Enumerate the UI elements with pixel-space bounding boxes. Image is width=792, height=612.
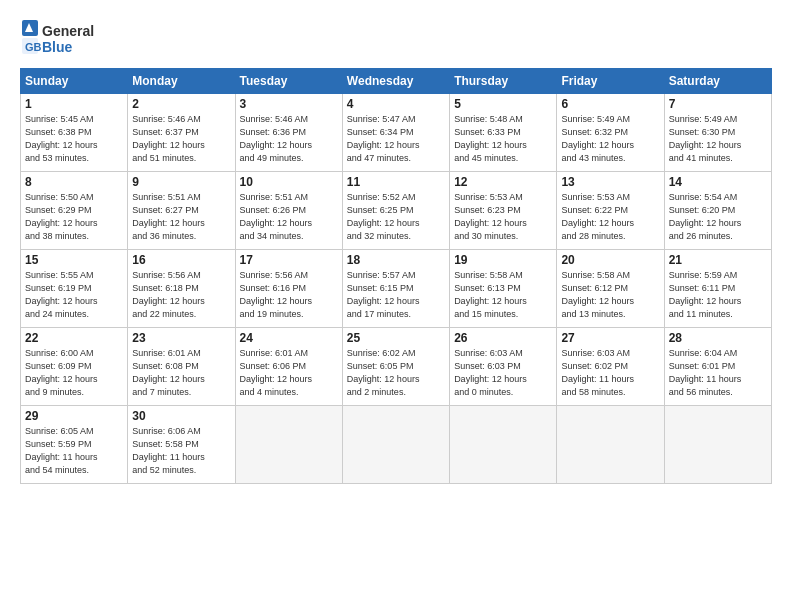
calendar-cell: 7Sunrise: 5:49 AM Sunset: 6:30 PM Daylig… xyxy=(664,94,771,172)
day-number: 21 xyxy=(669,253,767,267)
weekday-header-tuesday: Tuesday xyxy=(235,69,342,94)
calendar-cell xyxy=(557,406,664,484)
day-info: Sunrise: 6:01 AM Sunset: 6:08 PM Dayligh… xyxy=(132,347,230,399)
calendar-cell: 17Sunrise: 5:56 AM Sunset: 6:16 PM Dayli… xyxy=(235,250,342,328)
calendar-cell: 27Sunrise: 6:03 AM Sunset: 6:02 PM Dayli… xyxy=(557,328,664,406)
calendar-week-row: 29Sunrise: 6:05 AM Sunset: 5:59 PM Dayli… xyxy=(21,406,772,484)
calendar-cell xyxy=(235,406,342,484)
day-number: 10 xyxy=(240,175,338,189)
day-info: Sunrise: 5:49 AM Sunset: 6:32 PM Dayligh… xyxy=(561,113,659,165)
day-number: 15 xyxy=(25,253,123,267)
weekday-header-row: SundayMondayTuesdayWednesdayThursdayFrid… xyxy=(21,69,772,94)
svg-text:GB: GB xyxy=(25,41,42,53)
day-number: 11 xyxy=(347,175,445,189)
calendar-cell: 29Sunrise: 6:05 AM Sunset: 5:59 PM Dayli… xyxy=(21,406,128,484)
calendar-cell: 14Sunrise: 5:54 AM Sunset: 6:20 PM Dayli… xyxy=(664,172,771,250)
day-number: 7 xyxy=(669,97,767,111)
day-info: Sunrise: 5:53 AM Sunset: 6:23 PM Dayligh… xyxy=(454,191,552,243)
calendar-cell: 25Sunrise: 6:02 AM Sunset: 6:05 PM Dayli… xyxy=(342,328,449,406)
day-number: 1 xyxy=(25,97,123,111)
day-number: 26 xyxy=(454,331,552,345)
day-number: 14 xyxy=(669,175,767,189)
day-info: Sunrise: 6:06 AM Sunset: 5:58 PM Dayligh… xyxy=(132,425,230,477)
day-info: Sunrise: 6:03 AM Sunset: 6:02 PM Dayligh… xyxy=(561,347,659,399)
calendar-cell: 6Sunrise: 5:49 AM Sunset: 6:32 PM Daylig… xyxy=(557,94,664,172)
day-info: Sunrise: 5:49 AM Sunset: 6:30 PM Dayligh… xyxy=(669,113,767,165)
day-info: Sunrise: 6:02 AM Sunset: 6:05 PM Dayligh… xyxy=(347,347,445,399)
calendar-cell: 20Sunrise: 5:58 AM Sunset: 6:12 PM Dayli… xyxy=(557,250,664,328)
day-number: 22 xyxy=(25,331,123,345)
calendar-cell: 10Sunrise: 5:51 AM Sunset: 6:26 PM Dayli… xyxy=(235,172,342,250)
day-number: 16 xyxy=(132,253,230,267)
logo: General Blue GB xyxy=(20,18,100,58)
calendar-cell: 15Sunrise: 5:55 AM Sunset: 6:19 PM Dayli… xyxy=(21,250,128,328)
day-info: Sunrise: 5:46 AM Sunset: 6:36 PM Dayligh… xyxy=(240,113,338,165)
day-info: Sunrise: 6:05 AM Sunset: 5:59 PM Dayligh… xyxy=(25,425,123,477)
calendar-cell: 23Sunrise: 6:01 AM Sunset: 6:08 PM Dayli… xyxy=(128,328,235,406)
day-info: Sunrise: 5:47 AM Sunset: 6:34 PM Dayligh… xyxy=(347,113,445,165)
day-info: Sunrise: 5:58 AM Sunset: 6:12 PM Dayligh… xyxy=(561,269,659,321)
day-number: 5 xyxy=(454,97,552,111)
svg-text:Blue: Blue xyxy=(42,39,73,55)
day-number: 24 xyxy=(240,331,338,345)
calendar-week-row: 22Sunrise: 6:00 AM Sunset: 6:09 PM Dayli… xyxy=(21,328,772,406)
day-info: Sunrise: 5:51 AM Sunset: 6:27 PM Dayligh… xyxy=(132,191,230,243)
day-info: Sunrise: 5:46 AM Sunset: 6:37 PM Dayligh… xyxy=(132,113,230,165)
logo-svg: General Blue GB xyxy=(20,18,100,58)
day-number: 29 xyxy=(25,409,123,423)
calendar-cell: 12Sunrise: 5:53 AM Sunset: 6:23 PM Dayli… xyxy=(450,172,557,250)
day-number: 6 xyxy=(561,97,659,111)
day-info: Sunrise: 5:54 AM Sunset: 6:20 PM Dayligh… xyxy=(669,191,767,243)
calendar-cell: 18Sunrise: 5:57 AM Sunset: 6:15 PM Dayli… xyxy=(342,250,449,328)
day-number: 30 xyxy=(132,409,230,423)
day-info: Sunrise: 5:53 AM Sunset: 6:22 PM Dayligh… xyxy=(561,191,659,243)
calendar-cell: 24Sunrise: 6:01 AM Sunset: 6:06 PM Dayli… xyxy=(235,328,342,406)
day-info: Sunrise: 5:56 AM Sunset: 6:16 PM Dayligh… xyxy=(240,269,338,321)
calendar-cell: 30Sunrise: 6:06 AM Sunset: 5:58 PM Dayli… xyxy=(128,406,235,484)
svg-text:General: General xyxy=(42,23,94,39)
day-number: 9 xyxy=(132,175,230,189)
calendar-cell: 5Sunrise: 5:48 AM Sunset: 6:33 PM Daylig… xyxy=(450,94,557,172)
calendar-cell: 26Sunrise: 6:03 AM Sunset: 6:03 PM Dayli… xyxy=(450,328,557,406)
page-header: General Blue GB xyxy=(20,18,772,58)
day-number: 2 xyxy=(132,97,230,111)
day-number: 12 xyxy=(454,175,552,189)
calendar-table: SundayMondayTuesdayWednesdayThursdayFrid… xyxy=(20,68,772,484)
day-number: 20 xyxy=(561,253,659,267)
day-info: Sunrise: 6:04 AM Sunset: 6:01 PM Dayligh… xyxy=(669,347,767,399)
calendar-cell: 4Sunrise: 5:47 AM Sunset: 6:34 PM Daylig… xyxy=(342,94,449,172)
day-info: Sunrise: 5:50 AM Sunset: 6:29 PM Dayligh… xyxy=(25,191,123,243)
day-info: Sunrise: 5:59 AM Sunset: 6:11 PM Dayligh… xyxy=(669,269,767,321)
day-info: Sunrise: 5:52 AM Sunset: 6:25 PM Dayligh… xyxy=(347,191,445,243)
day-info: Sunrise: 6:03 AM Sunset: 6:03 PM Dayligh… xyxy=(454,347,552,399)
calendar-cell xyxy=(342,406,449,484)
calendar-week-row: 15Sunrise: 5:55 AM Sunset: 6:19 PM Dayli… xyxy=(21,250,772,328)
day-number: 18 xyxy=(347,253,445,267)
weekday-header-friday: Friday xyxy=(557,69,664,94)
calendar-cell: 21Sunrise: 5:59 AM Sunset: 6:11 PM Dayli… xyxy=(664,250,771,328)
calendar-week-row: 8Sunrise: 5:50 AM Sunset: 6:29 PM Daylig… xyxy=(21,172,772,250)
calendar-cell: 22Sunrise: 6:00 AM Sunset: 6:09 PM Dayli… xyxy=(21,328,128,406)
day-info: Sunrise: 5:48 AM Sunset: 6:33 PM Dayligh… xyxy=(454,113,552,165)
calendar-cell: 8Sunrise: 5:50 AM Sunset: 6:29 PM Daylig… xyxy=(21,172,128,250)
weekday-header-monday: Monday xyxy=(128,69,235,94)
calendar-page: General Blue GB SundayMondayTuesdayWedne… xyxy=(0,0,792,612)
day-number: 8 xyxy=(25,175,123,189)
calendar-cell: 28Sunrise: 6:04 AM Sunset: 6:01 PM Dayli… xyxy=(664,328,771,406)
day-info: Sunrise: 5:45 AM Sunset: 6:38 PM Dayligh… xyxy=(25,113,123,165)
day-info: Sunrise: 6:01 AM Sunset: 6:06 PM Dayligh… xyxy=(240,347,338,399)
calendar-cell xyxy=(450,406,557,484)
calendar-cell: 3Sunrise: 5:46 AM Sunset: 6:36 PM Daylig… xyxy=(235,94,342,172)
weekday-header-thursday: Thursday xyxy=(450,69,557,94)
calendar-cell xyxy=(664,406,771,484)
day-info: Sunrise: 5:57 AM Sunset: 6:15 PM Dayligh… xyxy=(347,269,445,321)
day-info: Sunrise: 5:58 AM Sunset: 6:13 PM Dayligh… xyxy=(454,269,552,321)
calendar-cell: 11Sunrise: 5:52 AM Sunset: 6:25 PM Dayli… xyxy=(342,172,449,250)
day-info: Sunrise: 6:00 AM Sunset: 6:09 PM Dayligh… xyxy=(25,347,123,399)
day-number: 27 xyxy=(561,331,659,345)
day-number: 23 xyxy=(132,331,230,345)
day-number: 17 xyxy=(240,253,338,267)
calendar-cell: 2Sunrise: 5:46 AM Sunset: 6:37 PM Daylig… xyxy=(128,94,235,172)
calendar-week-row: 1Sunrise: 5:45 AM Sunset: 6:38 PM Daylig… xyxy=(21,94,772,172)
day-number: 25 xyxy=(347,331,445,345)
